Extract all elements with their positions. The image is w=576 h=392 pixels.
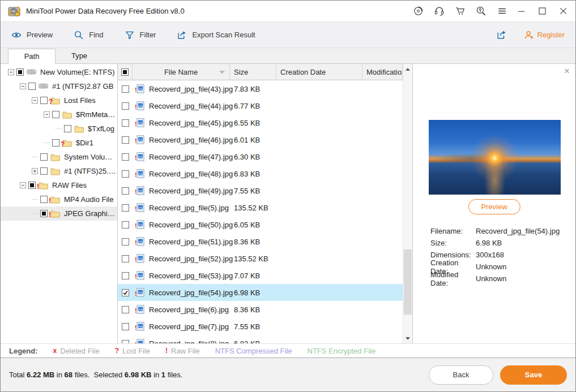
checkbox[interactable]: [40, 167, 48, 175]
expander-minus-icon[interactable]: [41, 111, 52, 118]
scroll-up-icon[interactable]: [403, 64, 412, 74]
checkbox[interactable]: [64, 125, 71, 132]
file-row[interactable]: !Recoverd_jpg_file(54).jpg6.98 KB: [118, 284, 403, 301]
file-creation-date: [276, 148, 362, 165]
filter-button[interactable]: Filter: [125, 30, 156, 40]
tree-item[interactable]: $TxfLog: [1, 122, 117, 136]
find-button[interactable]: Find: [74, 30, 103, 40]
checkbox[interactable]: [40, 153, 48, 161]
checkbox[interactable]: [122, 102, 129, 110]
preview-close-icon[interactable]: ×: [564, 66, 570, 76]
column-header-creation-date[interactable]: Creation Date: [276, 64, 362, 80]
funnel-icon: [125, 30, 135, 40]
file-row[interactable]: !Recoverd_jpg_file(45).jpg6.55 KB: [118, 114, 403, 131]
file-size: 6.83 KB: [230, 335, 276, 343]
info-label: Filename:: [430, 227, 476, 235]
vertical-scrollbar[interactable]: [403, 64, 412, 343]
scrollbar-thumb[interactable]: [404, 249, 412, 315]
expander-minus-icon[interactable]: [17, 83, 28, 89]
license-key-search-icon[interactable]: [475, 6, 487, 17]
checkbox[interactable]: [40, 196, 48, 203]
maximize-button[interactable]: [536, 6, 548, 17]
checkbox[interactable]: [122, 221, 129, 229]
export-share-button[interactable]: [496, 29, 507, 40]
file-row[interactable]: !Recoverd_jpg_file(48).jpg6.83 KB: [118, 165, 403, 182]
minimize-button[interactable]: [515, 6, 527, 17]
support-headset-icon[interactable]: [433, 6, 445, 17]
expander-minus-icon[interactable]: [5, 69, 16, 75]
column-header-size[interactable]: Size: [230, 64, 276, 80]
file-name: Recoverd_jpg_file(5).jpg: [149, 204, 229, 212]
export-scan-result-button[interactable]: Export Scan Result: [177, 30, 255, 40]
file-row[interactable]: !Recoverd_jpg_file(6).jpg8.36 KB: [118, 301, 403, 318]
scroll-down-icon[interactable]: [403, 334, 412, 343]
checkbox[interactable]: [122, 306, 129, 313]
file-name: Recoverd_jpg_file(6).jpg: [149, 305, 229, 314]
file-modification-date: [362, 148, 403, 165]
checkbox[interactable]: [121, 68, 129, 76]
preview-button[interactable]: Preview: [11, 30, 53, 40]
checkbox[interactable]: [122, 238, 129, 245]
file-row[interactable]: !Recoverd_jpg_file(8).jpg6.83 KB: [118, 335, 403, 343]
tree-item[interactable]: !JPEG Graphics...: [1, 206, 117, 221]
save-button[interactable]: Save: [500, 365, 567, 385]
expander-minus-icon[interactable]: [17, 182, 28, 188]
tree-item[interactable]: #1 (NTFS)25.8...: [1, 164, 117, 178]
checkbox[interactable]: [122, 153, 129, 161]
checkbox[interactable]: [122, 85, 129, 93]
checkbox[interactable]: [28, 182, 36, 189]
checkbox[interactable]: [122, 204, 129, 212]
file-row[interactable]: !Recoverd_jpg_file(53).jpg7.07 KB: [118, 267, 403, 284]
close-button[interactable]: [557, 6, 569, 17]
menu-icon[interactable]: [496, 6, 507, 17]
checkbox[interactable]: [52, 111, 59, 118]
checkbox[interactable]: [40, 97, 48, 104]
checkbox[interactable]: [122, 170, 129, 178]
checkbox[interactable]: [122, 289, 129, 296]
expander-plus-icon[interactable]: [29, 168, 40, 174]
column-header-modification[interactable]: Modification: [362, 64, 403, 80]
tab-type[interactable]: Type: [56, 48, 103, 63]
file-row[interactable]: !Recoverd_jpg_file(44).jpg6.77 KB: [118, 97, 403, 114]
burn-disc-icon[interactable]: [412, 6, 424, 17]
shopping-cart-icon[interactable]: [454, 6, 466, 17]
file-row[interactable]: !Recoverd_jpg_file(52).jpg135.52 KB: [118, 250, 403, 267]
checkbox[interactable]: [122, 136, 129, 144]
checkbox[interactable]: [40, 210, 48, 217]
tree-item[interactable]: ?$Dir1: [1, 136, 117, 150]
register-button[interactable]: Register: [524, 30, 565, 40]
file-row[interactable]: !Recoverd_jpg_file(7).jpg7.55 KB: [118, 318, 403, 335]
file-modification-date: [362, 114, 403, 131]
tree-item[interactable]: !MP4 Audio File: [1, 192, 117, 206]
tree-item[interactable]: !RAW Files: [1, 178, 117, 192]
select-all-checkbox-cell[interactable]: [118, 64, 133, 80]
tree-item[interactable]: New Volume(E: NTFS): [1, 65, 117, 79]
file-row[interactable]: !Recoverd_jpg_file(47).jpg6.30 KB: [118, 148, 403, 165]
file-row[interactable]: !Recoverd_jpg_file(51).jpg8.36 KB: [118, 233, 403, 250]
tree-item[interactable]: #1 (NTFS)2.87 GB: [1, 79, 117, 93]
tree-item[interactable]: $RmMetadata: [1, 107, 117, 122]
status-segment: in: [54, 371, 64, 379]
tree-item[interactable]: System Volume...: [1, 150, 117, 164]
back-button[interactable]: Back: [429, 365, 493, 385]
checkbox[interactable]: [52, 139, 59, 147]
tree-item[interactable]: ?Lost Files: [1, 93, 117, 107]
preview-button[interactable]: Preview: [468, 199, 520, 214]
file-row[interactable]: !Recoverd_jpg_file(49).jpg7.55 KB: [118, 182, 403, 199]
expander-minus-icon[interactable]: [29, 97, 40, 104]
file-size: 7.83 KB: [230, 80, 276, 97]
checkbox[interactable]: [28, 83, 36, 90]
checkbox[interactable]: [122, 119, 129, 127]
checkbox[interactable]: [122, 255, 129, 262]
tab-path[interactable]: Path: [8, 49, 56, 64]
file-row[interactable]: !Recoverd_jpg_file(5).jpg135.52 KB: [118, 199, 403, 216]
checkbox[interactable]: [122, 323, 129, 330]
checkbox[interactable]: [16, 68, 24, 76]
checkbox[interactable]: [122, 187, 129, 195]
title-bar: MiniTool Power Data Recovery Free Editio…: [1, 1, 575, 22]
column-header-file-name[interactable]: File Name: [133, 64, 230, 80]
checkbox[interactable]: [122, 272, 129, 279]
file-row[interactable]: !Recoverd_jpg_file(50).jpg6.05 KB: [118, 216, 403, 233]
file-row[interactable]: !Recoverd_jpg_file(46).jpg6.01 KB: [118, 131, 403, 148]
file-row[interactable]: !Recoverd_jpg_file(43).jpg7.83 KB: [118, 80, 403, 97]
